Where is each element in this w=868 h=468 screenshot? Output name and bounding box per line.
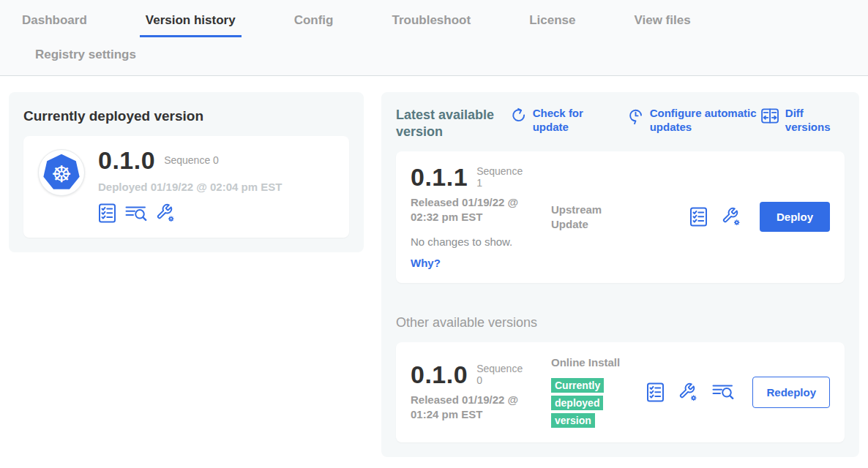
refresh-icon bbox=[511, 107, 526, 124]
nav-tab-row-2: Registry settings bbox=[16, 37, 868, 75]
checklist-icon[interactable] bbox=[689, 207, 708, 227]
latest-version-info: 0.1.1 Sequence 1 Released 01/19/22 @ 02:… bbox=[411, 165, 544, 270]
tab-version-history[interactable]: Version history bbox=[140, 10, 242, 37]
other-source-label: Online Install bbox=[551, 355, 639, 370]
latest-released-timestamp: Released 01/19/22 @ 02:32 pm EST bbox=[411, 195, 544, 225]
why-link[interactable]: Why? bbox=[411, 257, 441, 269]
diff-icon bbox=[761, 107, 779, 124]
latest-version-number: 0.1.1 bbox=[411, 165, 468, 189]
page-content: Currently deployed version ☸ 0.1.0 Seque… bbox=[0, 76, 868, 468]
deployed-panel-title: Currently deployed version bbox=[23, 108, 349, 124]
check-for-update-link[interactable]: Check for update bbox=[511, 107, 594, 135]
text-search-icon[interactable] bbox=[712, 382, 734, 401]
tab-license[interactable]: License bbox=[523, 10, 581, 37]
other-version-actions: Redeploy bbox=[646, 377, 830, 408]
checklist-icon[interactable] bbox=[98, 203, 116, 223]
latest-version-card: 0.1.1 Sequence 1 Released 01/19/22 @ 02:… bbox=[396, 151, 845, 283]
nav-tab-row: Dashboard Version history Config Trouble… bbox=[16, 10, 868, 37]
latest-version-source: Upstream Update bbox=[551, 203, 639, 231]
available-panel-header: Latest available version Check for updat… bbox=[396, 107, 845, 140]
deployed-version-number: 0.1.0 bbox=[98, 148, 155, 173]
latest-version-actions: Deploy bbox=[689, 202, 830, 232]
currently-deployed-badge-wrap: Currently deployed version bbox=[551, 377, 611, 429]
other-version-source: Online Install Currently deployed versio… bbox=[551, 355, 639, 430]
latest-sequence-label: Sequence 1 bbox=[476, 165, 525, 189]
diff-versions-link[interactable]: Diff versions bbox=[761, 107, 845, 135]
tab-troubleshoot[interactable]: Troubleshoot bbox=[386, 10, 476, 37]
redeploy-button[interactable]: Redeploy bbox=[752, 377, 830, 408]
deployed-version-info: 0.1.0 Sequence 0 Deployed 01/19/22 @ 02:… bbox=[98, 148, 282, 223]
available-panel-title: Latest available version bbox=[396, 107, 505, 140]
checklist-icon[interactable] bbox=[646, 382, 665, 402]
kubernetes-helm-icon: ☸ bbox=[42, 153, 81, 192]
other-version-card: 0.1.0 Sequence 0 Released 01/19/22 @ 01:… bbox=[396, 342, 845, 443]
other-released-timestamp: Released 01/19/22 @ 01:24 pm EST bbox=[411, 393, 544, 423]
wrench-gear-icon[interactable] bbox=[678, 382, 698, 402]
available-versions-panel: Latest available version Check for updat… bbox=[381, 92, 859, 457]
app-logo: ☸ bbox=[38, 149, 85, 196]
other-version-info: 0.1.0 Sequence 0 Released 01/19/22 @ 01:… bbox=[411, 362, 544, 423]
deployed-version-card: ☸ 0.1.0 Sequence 0 Deployed 01/19/22 @ 0… bbox=[23, 136, 349, 238]
wrench-gear-icon[interactable] bbox=[722, 207, 741, 227]
tab-dashboard[interactable]: Dashboard bbox=[16, 10, 93, 37]
deployed-sequence-label: Sequence 0 bbox=[164, 154, 219, 166]
other-version-number: 0.1.0 bbox=[411, 362, 468, 387]
app-nav: Dashboard Version history Config Trouble… bbox=[0, 0, 868, 76]
text-search-icon[interactable] bbox=[125, 204, 147, 223]
wrench-gear-icon[interactable] bbox=[156, 203, 176, 223]
currently-deployed-panel: Currently deployed version ☸ 0.1.0 Seque… bbox=[9, 92, 364, 252]
schedule-update-icon bbox=[628, 107, 643, 124]
tab-config[interactable]: Config bbox=[288, 10, 340, 37]
tab-view-files[interactable]: View files bbox=[628, 10, 696, 37]
deployed-action-icons bbox=[98, 203, 282, 223]
no-changes-text: No changes to show. bbox=[411, 235, 544, 248]
other-versions-title: Other available versions bbox=[396, 315, 845, 331]
other-sequence-label: Sequence 0 bbox=[476, 363, 525, 386]
deployed-timestamp: Deployed 01/19/22 @ 02:04 pm EST bbox=[98, 181, 282, 193]
deploy-button[interactable]: Deploy bbox=[760, 202, 830, 232]
configure-automatic-updates-link[interactable]: Configure automatic updates bbox=[628, 107, 761, 135]
tab-registry-settings[interactable]: Registry settings bbox=[29, 45, 142, 65]
svg-text:☸: ☸ bbox=[51, 161, 72, 187]
currently-deployed-badge: Currently deployed version bbox=[551, 378, 604, 428]
